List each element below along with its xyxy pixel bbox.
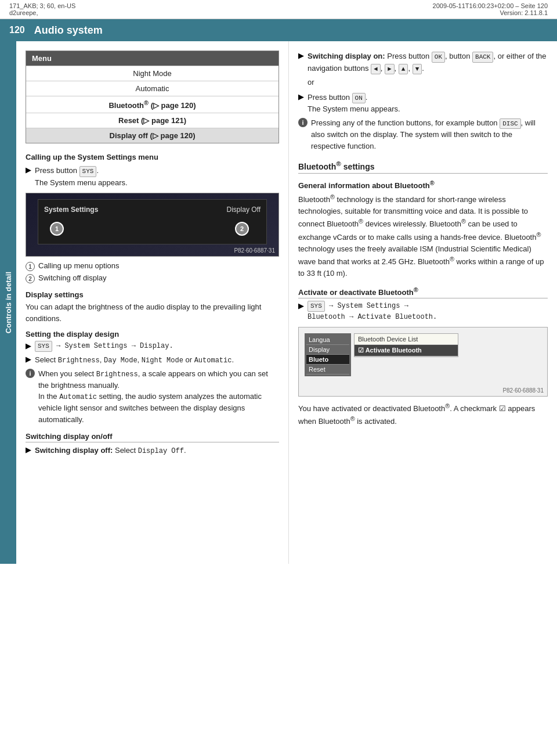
activate-bt-step: ▶ SYS → System Settings → Bluetooth → Ac…: [298, 301, 548, 322]
arrow-icon-2: ▶: [26, 341, 31, 350]
numbered-item-2: 2 Switching off display: [26, 273, 279, 283]
menu-item-display-off[interactable]: Display off (▷ page 120): [26, 128, 278, 143]
arrow-icon-5: ▶: [298, 51, 304, 60]
menu-table-header: Menu: [26, 51, 278, 66]
display-off-step: ▶ Switching display off: Select Display …: [26, 445, 279, 456]
display-settings-text: You can adapt the brightness of the audi…: [26, 301, 279, 324]
setting-display-design-heading: Setting the display design: [26, 330, 279, 339]
activate-bt-code: SYS → System Settings → Bluetooth → Acti…: [308, 301, 437, 322]
bt-activate[interactable]: ☑ Activate Bluetooth: [355, 345, 458, 357]
img-btn-2: 2: [235, 222, 249, 236]
activate-bt-section: Activate or deactivate Bluetooth® ▶ SYS …: [298, 286, 548, 427]
menu-table: Menu Night Mode Automatic Bluetooth® (▷ …: [26, 51, 279, 143]
bt-menu-bluetooth: Blueto: [306, 355, 349, 365]
bluetooth-image: Langua Display Blueto Reset Bluetooth De…: [298, 327, 548, 397]
bt-menu-reset: Reset: [306, 365, 349, 375]
bt-menu-language: Langua: [306, 335, 349, 345]
arrow-icon-4: ▶: [26, 445, 31, 454]
bluetooth-settings-heading: Bluetooth® settings: [298, 160, 548, 174]
display-on-step-1: ▶ Switching display on: Press button OK,…: [298, 51, 548, 74]
numbered-item-1: 1 Calling up menu options: [26, 261, 279, 271]
bt-image-label: P82·60·6888·31: [502, 387, 544, 394]
calling-system-settings-heading: Calling up the System Settings menu: [26, 153, 279, 161]
display-on-text: Switching display on: Press button OK, b…: [308, 51, 548, 74]
bt-activated-text: You have activated or deactivated Blueto…: [298, 401, 548, 428]
info-content-1: When you select Brightness, a scale appe…: [38, 368, 279, 426]
meta-left: 171_AKB; 3; 60, en-USd2ureepe,: [9, 2, 75, 16]
nav-down-btn[interactable]: ▼: [413, 64, 422, 75]
sys-button[interactable]: SYS: [79, 166, 97, 177]
arrow-icon-7: ▶: [298, 301, 304, 310]
design-step-2: ▶ Select Brightness, Day Mode, Night Mod…: [26, 354, 279, 366]
left-column: Menu Night Mode Automatic Bluetooth® (▷ …: [16, 41, 289, 564]
meta-right: 2009-05-11T16:00:23+02:00 – Seite 120Ver…: [433, 2, 548, 16]
info-icon-1: i: [26, 369, 35, 378]
activate-bt-heading: Activate or deactivate Bluetooth®: [298, 286, 548, 298]
on-btn[interactable]: ON: [352, 93, 366, 104]
display-on-step-2: ▶ Press button ON. The System menu appea…: [298, 92, 548, 115]
display-settings-heading: Display settings: [26, 290, 279, 299]
arrow-icon-3: ▶: [26, 355, 31, 363]
bt-menu-display: Display: [306, 345, 349, 355]
info-item-1: i When you select Brightness, a scale ap…: [26, 368, 279, 426]
disc-btn[interactable]: DISC: [500, 118, 520, 129]
design-step-2-text: Select Brightness, Day Mode, Night Mode …: [35, 354, 234, 366]
switching-display-heading: Switching display on/off: [26, 432, 279, 442]
bt-device-list[interactable]: Bluetooth Device List: [355, 334, 458, 345]
left-sidebar: Controls in detail: [0, 41, 16, 564]
circle-2: 2: [26, 274, 35, 283]
page-header: 120 Audio system: [0, 19, 557, 41]
nav-right-btn[interactable]: ►: [385, 64, 395, 75]
numbered-item-2-label: Switching off display: [38, 273, 107, 282]
menu-item-night-mode[interactable]: Night Mode: [26, 66, 278, 81]
nav-left-btn[interactable]: ◄: [371, 64, 381, 75]
system-settings-image: System Settings Display Off 1 2 P82·60·6…: [26, 193, 279, 257]
info-content-2: Pressing any of the function buttons, fo…: [311, 117, 548, 152]
display-off-text: Switching display off: Select Display Of…: [35, 445, 186, 456]
menu-item-bluetooth[interactable]: Bluetooth® (▷ page 120): [26, 96, 278, 113]
bt-menu-left: Langua Display Blueto Reset: [305, 333, 351, 376]
sys-btn-3[interactable]: SYS: [308, 301, 325, 312]
general-bt-heading: General information about Bluetooth®: [298, 179, 548, 190]
bluetooth-settings-section: Bluetooth® settings General information …: [298, 160, 548, 279]
switching-on-section: ▶ Switching display on: Press button OK,…: [298, 51, 548, 152]
page-number: 120: [9, 25, 25, 35]
menu-item-reset[interactable]: Reset (▷ page 121): [26, 113, 278, 128]
switching-display-section: Switching display on/off ▶ Switching dis…: [26, 432, 279, 456]
info-icon-2: i: [298, 118, 308, 127]
sidebar-label: Controls in detail: [4, 272, 13, 333]
general-bt-text: Bluetooth® technology is the standard fo…: [298, 192, 548, 279]
back-btn[interactable]: BACK: [472, 52, 493, 63]
arrow-icon-6: ▶: [298, 92, 304, 101]
image-label: P82·60·6887·31: [234, 247, 275, 254]
display-on-text-2: Press button ON. The System menu appears…: [308, 92, 400, 115]
ok-btn[interactable]: OK: [432, 52, 445, 63]
img-btn-1: 1: [50, 222, 64, 236]
menu-item-automatic[interactable]: Automatic: [26, 81, 278, 96]
meta-bar: 171_AKB; 3; 60, en-USd2ureepe, 2009-05-1…: [0, 0, 557, 19]
circle-1: 1: [26, 262, 35, 271]
design-step-1: ▶ SYS → System Settings → Display.: [26, 341, 279, 352]
sys-step-1-text: Press button SYS. The System menu appear…: [35, 165, 128, 188]
info-item-2: i Pressing any of the function buttons, …: [298, 117, 548, 152]
arrow-icon: ▶: [26, 165, 31, 174]
numbered-item-1-label: Calling up menu options: [38, 261, 119, 270]
nav-up-btn[interactable]: ▲: [399, 64, 408, 75]
bt-menu-right: Bluetooth Device List ☑ Activate Bluetoo…: [354, 333, 458, 357]
right-column: ▶ Switching display on: Press button OK,…: [289, 41, 557, 564]
main-container: Controls in detail Menu Night Mode Autom…: [0, 41, 557, 564]
section-title: Audio system: [34, 24, 103, 37]
sys-step-1: ▶ Press button SYS. The System menu appe…: [26, 165, 279, 188]
content-area: Menu Night Mode Automatic Bluetooth® (▷ …: [16, 41, 557, 564]
calling-system-settings-section: Calling up the System Settings menu ▶ Pr…: [26, 153, 279, 283]
design-step-1-text: SYS → System Settings → Display.: [35, 341, 173, 352]
sys-btn-2[interactable]: SYS: [35, 341, 52, 352]
or-text: or: [308, 77, 548, 88]
display-settings-section: Display settings You can adapt the brigh…: [26, 290, 279, 425]
